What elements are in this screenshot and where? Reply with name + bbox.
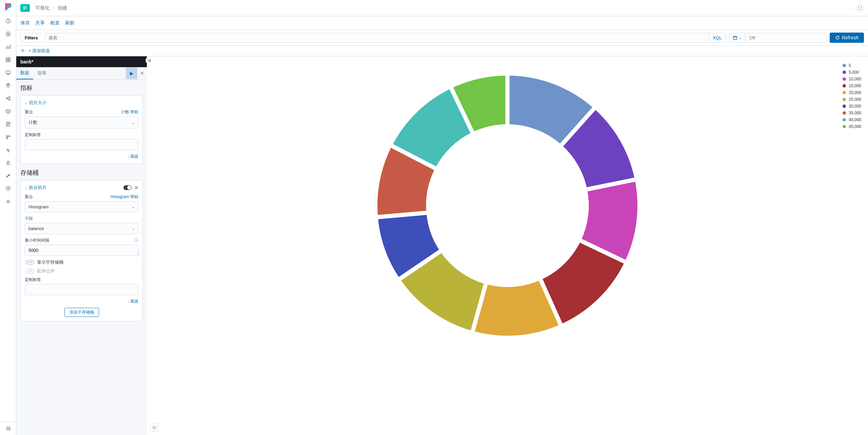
legend-item[interactable]: 40,000 bbox=[843, 117, 861, 122]
filter-row: + 添加筛选 bbox=[16, 46, 868, 56]
metric-agg-help-link[interactable]: 计数 帮助 bbox=[121, 109, 138, 115]
extend-bounds-switch[interactable] bbox=[25, 268, 34, 274]
legend-label: 45,000 bbox=[849, 124, 861, 129]
bucket-enable-toggle[interactable] bbox=[123, 185, 132, 190]
nav-uptime-icon[interactable] bbox=[3, 145, 14, 155]
legend-item[interactable]: 20,000 bbox=[843, 90, 861, 95]
show-empty-switch[interactable] bbox=[25, 260, 34, 265]
nav-siem-icon[interactable] bbox=[3, 157, 14, 168]
legend-item[interactable]: 30,000 bbox=[843, 104, 861, 109]
nav-dashboard-icon[interactable] bbox=[3, 54, 14, 65]
tab-options[interactable]: 选项 bbox=[33, 67, 50, 79]
nav-monitoring-icon[interactable] bbox=[3, 183, 14, 194]
query-bar: Filters KQL ⌄ Off Refresh bbox=[16, 30, 868, 46]
metric-agg-select[interactable]: 计数 ⌄ bbox=[25, 116, 138, 129]
kibana-logo[interactable] bbox=[4, 3, 12, 11]
legend-item[interactable]: 10,000 bbox=[843, 77, 861, 81]
bucket-drag-handle[interactable]: ⋮ bbox=[137, 251, 141, 256]
buckets-section-title: 存储桶 bbox=[20, 169, 143, 177]
metric-advanced-toggle[interactable]: › 高级 bbox=[25, 154, 138, 159]
discard-button[interactable]: ✕ bbox=[137, 68, 147, 79]
nav-ml-icon[interactable] bbox=[3, 93, 14, 104]
bucket-agg-header[interactable]: ⌄ 拆分切片 ✕ bbox=[25, 185, 138, 191]
breadcrumb: 可视化 / 创建 bbox=[35, 5, 67, 11]
visualization-area: 05,00010,00015,00020,00025,00030,00035,0… bbox=[147, 56, 868, 435]
nav-maps-icon[interactable] bbox=[3, 80, 14, 91]
show-empty-switch-row: 显示空存储桶 bbox=[25, 259, 138, 265]
add-filter-button[interactable]: + 添加筛选 bbox=[28, 48, 50, 54]
share-button[interactable]: 共享 bbox=[35, 20, 45, 26]
inspect-button[interactable]: 检查 bbox=[50, 20, 60, 26]
nav-canvas-icon[interactable] bbox=[3, 67, 14, 78]
bucket-field-label: 字段 bbox=[25, 216, 138, 222]
index-pattern-badge[interactable]: bank* bbox=[16, 56, 147, 67]
svg-rect-14 bbox=[733, 36, 737, 40]
metric-agg-header[interactable]: ⌄ 切片大小 bbox=[25, 100, 138, 106]
bucket-advanced-toggle[interactable]: › 高级 bbox=[25, 299, 138, 304]
nav-apm-icon[interactable] bbox=[3, 132, 14, 143]
legend-item[interactable]: 0 bbox=[843, 63, 861, 68]
nav-infrastructure-icon[interactable] bbox=[3, 106, 14, 117]
filters-button[interactable]: Filters bbox=[20, 33, 42, 43]
chart-legend: 05,00010,00015,00020,00025,00030,00035,0… bbox=[843, 63, 861, 131]
bucket-field-select[interactable]: balance ⌄ bbox=[25, 223, 138, 234]
viz-options-icon[interactable] bbox=[150, 423, 158, 432]
legend-dot bbox=[843, 111, 846, 115]
chevron-down-icon: ⌄ bbox=[132, 227, 135, 230]
nav-discover-icon[interactable] bbox=[3, 29, 14, 39]
metric-agg-value: 计数 bbox=[28, 119, 37, 126]
save-button[interactable]: 保存 bbox=[20, 20, 30, 26]
nav-logs-icon[interactable] bbox=[3, 119, 14, 130]
bucket-agg-help-link[interactable]: Histogram 帮助 bbox=[111, 194, 138, 200]
legend-item[interactable]: 35,000 bbox=[843, 111, 861, 115]
bucket-custom-label-input[interactable] bbox=[25, 284, 138, 295]
breadcrumb-visualize[interactable]: 可视化 bbox=[35, 5, 50, 11]
fullscreen-icon[interactable] bbox=[856, 4, 864, 12]
legend-label: 0 bbox=[849, 63, 851, 68]
bucket-interval-input[interactable] bbox=[25, 245, 138, 256]
svg-point-10 bbox=[9, 99, 10, 100]
breadcrumb-separator: / bbox=[53, 5, 54, 11]
legend-label: 10,000 bbox=[849, 77, 861, 81]
nav-management-icon[interactable] bbox=[3, 196, 14, 207]
show-empty-label: 显示空存储桶 bbox=[37, 259, 63, 265]
refresh-button[interactable]: Refresh bbox=[830, 33, 864, 43]
nav-collapse-toggle[interactable] bbox=[0, 421, 16, 435]
legend-dot bbox=[843, 64, 846, 67]
metric-header-label: 切片大小 bbox=[29, 100, 46, 106]
add-sub-bucket-button[interactable]: 添加子存储桶 bbox=[64, 308, 99, 317]
legend-label: 20,000 bbox=[849, 90, 861, 95]
bucket-remove-button[interactable]: ✕ bbox=[134, 185, 138, 190]
filter-settings-icon[interactable] bbox=[20, 48, 25, 54]
legend-dot bbox=[843, 91, 846, 94]
bucket-agg-value: Histogram bbox=[28, 204, 49, 209]
info-icon[interactable]: ⓘ bbox=[134, 238, 138, 243]
legend-item[interactable]: 5,000 bbox=[843, 70, 861, 75]
refresh-cn-button[interactable]: 刷新 bbox=[65, 20, 75, 26]
bucket-interval-label: 最小时间间隔ⓘ bbox=[25, 238, 138, 243]
nav-rail bbox=[0, 0, 16, 435]
breadcrumb-create[interactable]: 创建 bbox=[58, 5, 67, 11]
search-input[interactable] bbox=[45, 33, 709, 42]
bucket-header-label: 拆分切片 bbox=[29, 185, 46, 191]
nav-recent-icon[interactable] bbox=[3, 16, 14, 26]
tab-data[interactable]: 数据 bbox=[16, 67, 33, 79]
legend-item[interactable]: 15,000 bbox=[843, 83, 861, 88]
nav-visualize-icon[interactable] bbox=[3, 41, 14, 52]
bucket-custom-label: 定制标签 bbox=[25, 277, 138, 283]
apply-button[interactable]: ▶ bbox=[126, 68, 137, 79]
date-range-display[interactable]: Off bbox=[745, 33, 827, 42]
chevron-down-icon: ⌄ bbox=[132, 121, 135, 125]
bucket-agg-select[interactable]: Histogram ⌄ bbox=[25, 201, 138, 212]
metric-custom-label-input[interactable] bbox=[25, 139, 138, 150]
legend-item[interactable]: 25,000 bbox=[843, 97, 861, 102]
date-quick-button[interactable]: ⌄ bbox=[729, 33, 745, 42]
space-badge[interactable]: 默 bbox=[20, 4, 30, 12]
svg-rect-6 bbox=[6, 71, 10, 74]
svg-point-9 bbox=[9, 96, 10, 98]
kql-toggle[interactable]: KQL bbox=[709, 33, 726, 42]
top-header: 默 可视化 / 创建 bbox=[16, 0, 868, 16]
nav-devtools-icon[interactable] bbox=[3, 170, 14, 181]
legend-label: 25,000 bbox=[849, 97, 861, 102]
legend-item[interactable]: 45,000 bbox=[843, 124, 861, 129]
